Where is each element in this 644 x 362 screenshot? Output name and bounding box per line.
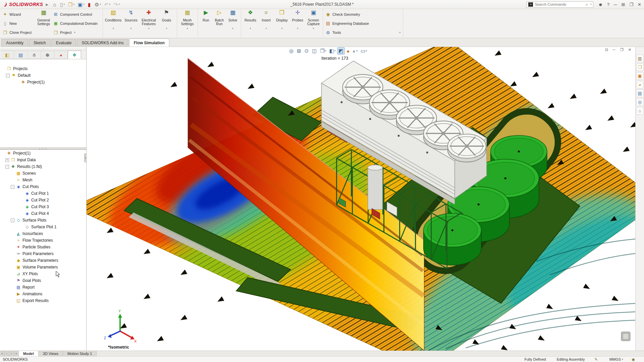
view-settings-icon[interactable]: ▭ ▾ <box>360 48 368 54</box>
motion-study-tab[interactable]: Motion Study 1 <box>63 351 97 356</box>
scroll-tabs-first-button[interactable]: « <box>0 351 5 356</box>
tree-item[interactable]: ◆ Surface Parameters <box>0 257 86 264</box>
home-icon[interactable]: ⌂ <box>52 1 58 8</box>
zoom-to-area-icon[interactable]: ⊞ <box>296 48 303 54</box>
propertymanager-tab[interactable]: ▤ <box>14 51 28 59</box>
tree-item[interactable]: ≈ Flow Trajectories <box>0 237 86 244</box>
solidworks-forum-icon[interactable]: ◎ <box>636 98 644 106</box>
flow-simulation-manager-tab[interactable]: ❖ <box>68 51 81 59</box>
scroll-tabs-right-button[interactable]: › <box>9 351 14 356</box>
view-orientation-icon[interactable]: ❒ ▾ <box>319 48 327 54</box>
tree-item[interactable]: ◈ Cut Plot 3 <box>0 203 86 210</box>
tree-item[interactable]: ◭ Isosurfaces <box>0 230 86 237</box>
tree-item[interactable]: - ◇ Surface Plots <box>0 217 86 224</box>
model-tab[interactable]: Model <box>19 351 39 356</box>
tree-item[interactable]: ✦ Particle Studies <box>0 244 86 250</box>
undo-icon[interactable]: ↶ ▾ <box>103 1 112 8</box>
save-icon[interactable]: ▣ ▾ <box>76 1 86 8</box>
search-dropdown-icon[interactable]: ▾ <box>590 3 592 6</box>
file-explorer-icon[interactable]: ❒ <box>636 63 644 71</box>
panel-edge-splitter[interactable]: ◂ <box>84 154 87 162</box>
ribbon-small-button[interactable]: ⊞ Component Control <box>52 11 101 17</box>
section-view-icon[interactable]: ◫ <box>311 48 318 54</box>
tree-item[interactable]: ⌗ Mesh <box>0 177 86 183</box>
tab-evaluate[interactable]: Evaluate <box>51 39 76 47</box>
redo-icon[interactable]: ↷ ▾ <box>112 1 121 8</box>
search-input[interactable] <box>535 2 584 6</box>
close-doc-icon[interactable]: ✕ <box>628 48 631 52</box>
ribbon-button[interactable]: ▦ Solve ▾ <box>226 10 239 37</box>
search-icon[interactable]: ⌕ <box>586 2 588 7</box>
scroll-tabs-last-button[interactable]: » <box>14 351 19 356</box>
tree-item[interactable]: + ❒ Input Data <box>0 157 86 163</box>
tree-item[interactable]: ◈ Cut Plot 4 <box>0 210 86 217</box>
view-palette-icon[interactable]: ▣ <box>636 72 644 80</box>
tree-item[interactable]: - ❖ Results (1.fld) <box>0 163 86 170</box>
panel-splitter[interactable]: • • • <box>0 147 86 150</box>
ribbon-small-button[interactable]: ⚙ Tools ▾ <box>324 29 401 36</box>
edit-pencil-icon[interactable]: ✎ <box>590 357 604 362</box>
solidworks-resources-icon[interactable]: ⌂ <box>636 107 644 115</box>
tree-item[interactable]: ❖ Project(1) <box>0 79 86 85</box>
3d-views-tab[interactable]: 3D Views <box>39 351 63 356</box>
ribbon-small-button[interactable]: ◉ Check Geometry <box>324 11 401 17</box>
general-settings-button[interactable]: ▦ General Settings <box>35 10 52 37</box>
unit-system-selector[interactable]: MMGS ▾ <box>604 357 628 361</box>
tab-solidworks-add-ins[interactable]: SOLIDWORKS Add-Ins <box>77 39 128 47</box>
minimize-icon[interactable]: ─ <box>614 2 617 7</box>
ribbon-button[interactable]: ✛ Probes ▾ <box>290 10 306 37</box>
tree-item[interactable]: ▣ Volume Parameters <box>0 264 86 270</box>
ribbon-button[interactable]: ↯ Sources ▾ <box>122 10 140 37</box>
configurationmanager-tab[interactable]: ⋔ <box>28 51 41 59</box>
custom-properties-icon[interactable]: ▤ <box>636 89 644 97</box>
ribbon-small-button[interactable]: ❐ Clone Project <box>1 29 35 36</box>
open-icon[interactable]: ❒ ▾ <box>67 1 76 8</box>
minimize-doc-icon[interactable]: ─ <box>613 48 615 52</box>
ribbon-button[interactable]: ❒ Display ▾ <box>274 10 290 37</box>
restore-doc-icon[interactable]: ❐ <box>620 48 624 52</box>
featuremanager-tab[interactable]: ◧ <box>1 51 14 59</box>
ribbon-small-button[interactable]: ▯ New <box>1 20 35 26</box>
scroll-tabs-left-button[interactable]: ‹ <box>5 351 9 356</box>
restore-icon[interactable]: ❐ <box>629 2 633 7</box>
viewport-grid-icon[interactable]: ⊡ <box>605 48 608 52</box>
ribbon-small-button[interactable]: ▤ Engineering Database <box>324 20 401 26</box>
zoom-to-selection-icon[interactable]: ⊙ <box>304 48 310 54</box>
ribbon-small-button[interactable]: ✦ Wizard <box>1 11 35 17</box>
tree-item[interactable]: ◇ Surface Plot 1 <box>0 224 86 230</box>
ribbon-small-button[interactable]: ❒ Project ▾ <box>52 29 101 36</box>
zoom-to-fit-icon[interactable]: ◎ <box>288 48 295 54</box>
ribbon-button[interactable]: ▦ Mesh Settings ▾ <box>178 10 196 37</box>
layout-icon[interactable]: ⊞ <box>622 2 625 7</box>
tree-item[interactable]: ◈ Cut Plot 1 <box>0 190 86 197</box>
graphics-viewport[interactable]: Y X Z ◎ ⊞ ⊙ ◫ <box>87 47 635 351</box>
ribbon-button[interactable]: ✚ Electrical Features ▾ <box>140 10 158 37</box>
corner-thumbnail-box[interactable] <box>621 332 630 341</box>
tab-sketch[interactable]: Sketch <box>29 39 51 47</box>
tree-item[interactable]: ✑ Point Parameters <box>0 250 86 257</box>
close-icon[interactable]: ✕ <box>638 2 641 7</box>
tree-item[interactable]: ▦ Scenes <box>0 170 86 177</box>
tree-item[interactable]: ❖ Project(1) <box>0 150 86 157</box>
ribbon-button[interactable]: ▣ Screen Capture ▾ <box>306 10 321 37</box>
tree-item[interactable]: ⊿ XY Plots <box>0 270 86 277</box>
ribbon-button[interactable]: ▷ Batch Run <box>213 10 226 37</box>
apply-scene-icon[interactable]: ◐ ▾ <box>352 48 359 54</box>
ribbon-button[interactable]: ⚑ Goals ▾ <box>158 10 175 37</box>
options-gear-icon[interactable]: ⚙ ▾ <box>93 1 102 8</box>
tree-item[interactable]: - ⚑ Default <box>0 72 86 79</box>
ribbon-button[interactable]: ▶ Run <box>199 10 213 37</box>
hide-show-items-icon[interactable]: ◩ <box>337 48 344 54</box>
search-scope-icon[interactable]: > <box>528 2 533 7</box>
tree-item[interactable]: - ◈ Cut Plots <box>0 183 86 190</box>
displaymanager-tab[interactable]: ◕ <box>54 51 68 59</box>
search-commands-box[interactable]: > ⌕ ▾ <box>526 1 593 8</box>
traffic-light-icon[interactable]: ▮ <box>87 1 93 8</box>
ribbon-button[interactable]: ▧ Conditions ▾ <box>104 10 122 37</box>
dimxpertmanager-tab[interactable]: ⊕ <box>41 51 54 59</box>
globe-icon[interactable]: ◉ <box>627 357 641 362</box>
tree-item[interactable]: ⚑ Goal Plots <box>0 277 86 284</box>
tree-item[interactable]: ▶ Animations <box>0 291 86 297</box>
edit-appearance-icon[interactable]: ● <box>345 48 351 54</box>
design-library-icon[interactable]: ▥ <box>636 55 644 62</box>
